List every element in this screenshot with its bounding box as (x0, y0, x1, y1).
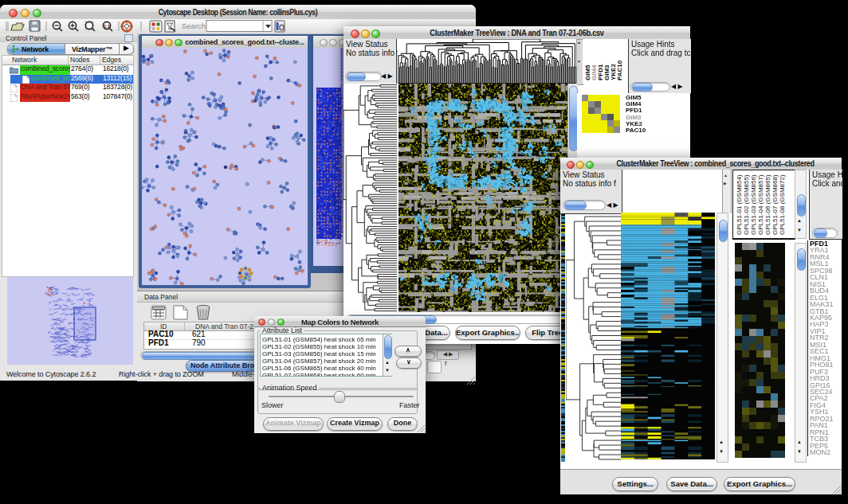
svg-text:1:1: 1:1 (104, 24, 110, 29)
svg-text:Search:: Search: (182, 21, 208, 30)
